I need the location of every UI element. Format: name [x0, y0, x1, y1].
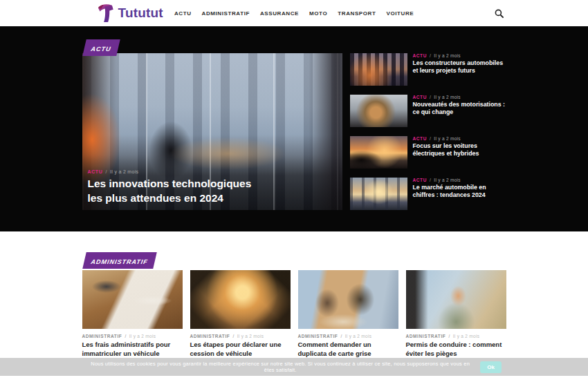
article-card-title[interactable]: Les frais administratifs pour immatricul… [82, 341, 183, 359]
article-card-image [82, 270, 183, 329]
side-article-category[interactable]: ACTU [413, 53, 427, 58]
section-administratif: ADMINISTRATIF ADMINISTRATIF / Il y a 2 m… [0, 252, 588, 359]
article-card-image [298, 270, 398, 329]
article-card-meta: ADMINISTRATIF / Il y a 2 mois [298, 334, 398, 339]
featured-article-card[interactable]: ACTU / Il y a 2 mois Les innovations tec… [82, 53, 342, 210]
article-card[interactable]: ADMINISTRATIF / Il y a 2 mois Permis de … [406, 270, 506, 359]
article-card-category[interactable]: ADMINISTRATIF [190, 334, 230, 339]
featured-article-category[interactable]: ACTU [88, 169, 103, 174]
side-article-date: Il y a 2 mois [434, 136, 461, 141]
side-article-date: Il y a 2 mois [434, 95, 461, 99]
featured-article-title[interactable]: Les innovations technologiques les plus … [88, 177, 262, 205]
section-badge-administratif[interactable]: ADMINISTRATIF [82, 252, 157, 269]
side-article-thumbnail [350, 53, 407, 86]
article-card-category[interactable]: ADMINISTRATIF [406, 334, 446, 339]
side-article-list: ACTU / Il y a 2 mois Les constructeurs a… [350, 53, 506, 210]
side-article-title[interactable]: Focus sur les voitures électriques et hy… [413, 142, 506, 158]
administratif-card-grid: ADMINISTRATIF / Il y a 2 mois Les frais … [82, 270, 506, 359]
side-article-thumbnail [350, 136, 407, 169]
article-card-date: Il y a 2 mois [453, 334, 480, 339]
nav-item-assurance[interactable]: ASSURANCE [260, 10, 299, 17]
meta-separator: / [428, 95, 432, 99]
article-card-date: Il y a 2 mois [345, 334, 372, 339]
side-article-meta: ACTU / Il y a 2 mois [413, 95, 506, 99]
side-article-thumbnail [350, 95, 407, 127]
meta-separator: / [104, 169, 109, 174]
meta-separator: / [123, 334, 127, 339]
side-article-card[interactable]: ACTU / Il y a 2 mois Le marché automobil… [350, 178, 506, 210]
article-card-meta: ADMINISTRATIF / Il y a 2 mois [82, 334, 183, 339]
article-card[interactable]: ADMINISTRATIF / Il y a 2 mois Les étapes… [190, 270, 291, 359]
section-badge-actu[interactable]: ACTU [82, 39, 120, 56]
article-card-meta: ADMINISTRATIF / Il y a 2 mois [190, 334, 291, 339]
article-card-image [190, 270, 291, 329]
article-card-date: Il y a 2 mois [237, 334, 264, 339]
meta-separator: / [447, 334, 451, 339]
article-card-title[interactable]: Les étapes pour déclarer une cession de … [190, 341, 291, 359]
logo-text: Tututut [118, 6, 163, 21]
article-card-title[interactable]: Comment demander un duplicata de carte g… [298, 341, 398, 359]
side-article-meta: ACTU / Il y a 2 mois [413, 178, 506, 182]
cookie-banner: Nous utilisons des cookies pour vous gar… [0, 358, 588, 376]
logo-icon [98, 3, 116, 23]
side-article-title[interactable]: Le marché automobile en chiffres : tenda… [413, 184, 506, 200]
article-card[interactable]: ADMINISTRATIF / Il y a 2 mois Les frais … [82, 270, 183, 359]
section-badge-administratif-label: ADMINISTRATIF [90, 258, 148, 265]
side-article-meta: ACTU / Il y a 2 mois [413, 136, 506, 141]
nav-item-moto[interactable]: MOTO [309, 10, 327, 17]
section-badge-actu-label: ACTU [90, 46, 111, 53]
side-article-category[interactable]: ACTU [413, 178, 427, 182]
meta-separator: / [231, 334, 235, 339]
main-nav: ACTU ADMINISTRATIF ASSURANCE MOTO TRANSP… [174, 10, 414, 17]
nav-item-administratif[interactable]: ADMINISTRATIF [202, 10, 250, 17]
side-article-card[interactable]: ACTU / Il y a 2 mois Focus sur les voitu… [350, 136, 506, 169]
article-card-category[interactable]: ADMINISTRATIF [298, 334, 338, 339]
side-article-title[interactable]: Nouveautés des motorisations : ce qui ch… [413, 101, 506, 117]
side-article-card[interactable]: ACTU / Il y a 2 mois Les constructeurs a… [350, 53, 506, 86]
featured-article-meta: ACTU / Il y a 2 mois [88, 169, 262, 174]
side-article-title[interactable]: Les constructeurs automobiles et leurs p… [413, 59, 506, 75]
article-card-category[interactable]: ADMINISTRATIF [82, 334, 122, 339]
article-card[interactable]: ADMINISTRATIF / Il y a 2 mois Comment de… [298, 270, 398, 359]
cookie-message: Nous utilisons des cookies pour vous gar… [86, 361, 474, 373]
meta-separator: / [428, 178, 432, 182]
side-article-date: Il y a 2 mois [434, 178, 461, 182]
nav-item-actu[interactable]: ACTU [174, 10, 192, 17]
section-actu: ACTU ACTU / Il y a 2 mois Les innovation… [0, 26, 588, 231]
side-article-meta: ACTU / Il y a 2 mois [413, 53, 506, 58]
cookie-ok-button[interactable]: Ok [480, 361, 502, 373]
meta-separator: / [339, 334, 343, 339]
side-article-date: Il y a 2 mois [434, 53, 461, 58]
side-article-category[interactable]: ACTU [413, 95, 427, 99]
article-card-image [406, 270, 506, 329]
site-header: Tututut ACTU ADMINISTRATIF ASSURANCE MOT… [0, 0, 588, 26]
search-icon [495, 9, 504, 18]
article-card-meta: ADMINISTRATIF / Il y a 2 mois [406, 334, 506, 339]
meta-separator: / [428, 136, 432, 141]
meta-separator: / [428, 53, 432, 58]
site-logo[interactable]: Tututut [98, 3, 163, 23]
search-button[interactable] [494, 8, 505, 19]
side-article-category[interactable]: ACTU [413, 136, 427, 141]
nav-item-voiture[interactable]: VOITURE [386, 10, 414, 17]
nav-item-transport[interactable]: TRANSPORT [338, 10, 376, 17]
featured-article-date: Il y a 2 mois [110, 169, 138, 174]
article-card-date: Il y a 2 mois [129, 334, 156, 339]
article-card-title[interactable]: Permis de conduire : comment éviter les … [406, 341, 506, 359]
side-article-thumbnail [350, 178, 407, 210]
page: Tututut ACTU ADMINISTRATIF ASSURANCE MOT… [0, 0, 588, 380]
side-article-card[interactable]: ACTU / Il y a 2 mois Nouveautés des moto… [350, 95, 506, 127]
